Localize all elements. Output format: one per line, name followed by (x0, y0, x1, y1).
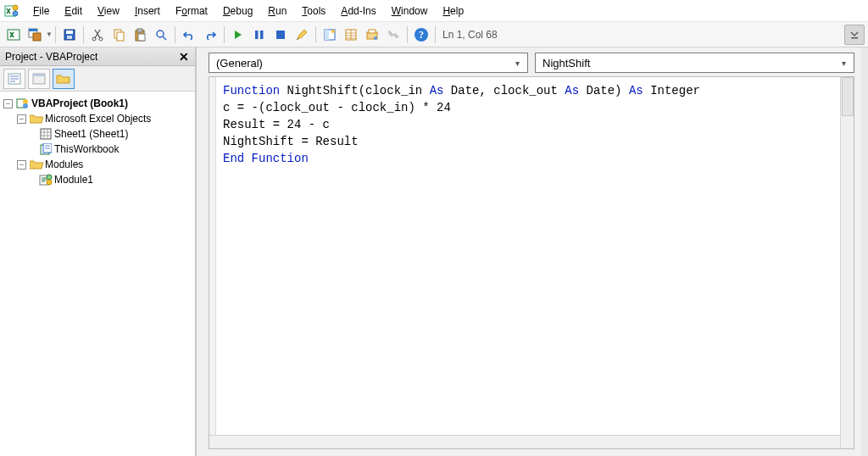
tree-folder-excel-objects[interactable]: − Microsoft Excel Objects (2, 111, 193, 126)
find-icon[interactable] (151, 25, 171, 45)
svg-rect-21 (276, 31, 285, 39)
reset-icon[interactable] (270, 25, 291, 45)
design-mode-icon[interactable] (292, 25, 312, 45)
horizontal-scrollbar[interactable] (209, 435, 840, 448)
svg-text:?: ? (419, 29, 424, 41)
svg-rect-19 (255, 31, 259, 39)
menu-edit[interactable]: Edit (57, 3, 90, 19)
separator (83, 26, 84, 43)
mdi-gutter (861, 47, 868, 456)
svg-rect-6 (33, 33, 41, 41)
menu-bar: FileEditViewInsertFormatDebugRunToolsAdd… (0, 0, 868, 22)
code-area: (General) ▾ NightShift ▾ Function NightS… (197, 47, 861, 456)
project-tree[interactable]: − VBAProject (Book1) − Microsoft Excel O… (0, 92, 195, 456)
svg-point-42 (47, 175, 52, 180)
collapse-icon[interactable]: − (17, 114, 26, 124)
vba-project-icon (16, 97, 30, 110)
toolbox-icon[interactable] (383, 25, 403, 45)
tree-root[interactable]: − VBAProject (Book1) (2, 96, 193, 111)
save-icon[interactable] (59, 25, 80, 45)
excel-icon[interactable] (3, 25, 24, 45)
code-editor[interactable]: Function NightShift(clock_in As Date, cl… (209, 76, 854, 449)
cursor-position-label: Ln 1, Col 68 (439, 26, 507, 43)
cut-icon[interactable] (87, 25, 108, 45)
vertical-scrollbar[interactable] (840, 77, 854, 448)
properties-window-icon[interactable] (341, 25, 361, 45)
dropdown-arrow-icon[interactable]: ▼ (46, 31, 52, 38)
svg-point-24 (331, 30, 335, 33)
svg-point-1 (13, 5, 18, 10)
object-browser-icon[interactable] (362, 25, 382, 45)
project-explorer-icon[interactable] (320, 25, 340, 45)
separator (435, 26, 436, 43)
paste-icon[interactable] (130, 25, 150, 45)
view-object-icon[interactable] (28, 69, 50, 89)
view-code-icon[interactable] (3, 69, 25, 89)
toolbar: ▼ ? (0, 22, 868, 47)
menu-add-ins[interactable]: Add-Ins (333, 3, 383, 19)
tree-label: Sheet1 (Sheet1) (54, 128, 128, 140)
scroll-splitter[interactable] (842, 77, 854, 116)
svg-rect-8 (66, 31, 73, 34)
object-combo-value: (General) (216, 57, 263, 70)
break-icon[interactable] (249, 25, 270, 45)
svg-rect-31 (851, 37, 858, 39)
help-icon[interactable]: ? (411, 25, 431, 45)
project-pane-toolbar (0, 66, 195, 92)
svg-rect-20 (260, 31, 264, 39)
separator (407, 26, 408, 43)
undo-icon[interactable] (179, 25, 199, 45)
menu-view[interactable]: View (90, 3, 127, 19)
chevron-down-icon: ▾ (510, 56, 524, 70)
svg-rect-15 (137, 29, 142, 32)
svg-rect-27 (369, 30, 376, 33)
collapse-icon[interactable]: − (17, 160, 26, 170)
svg-rect-5 (29, 29, 37, 31)
redo-icon[interactable] (200, 25, 220, 45)
menu-insert[interactable]: Insert (127, 3, 168, 19)
run-icon[interactable] (228, 25, 248, 45)
tree-label: Modules (45, 158, 83, 170)
procedure-combo[interactable]: NightShift ▾ (535, 53, 854, 73)
menu-format[interactable]: Format (168, 3, 215, 19)
menu-window[interactable]: Window (384, 3, 436, 19)
tree-label: Microsoft Excel Objects (45, 113, 151, 125)
code-combo-row: (General) ▾ NightShift ▾ (197, 47, 861, 76)
project-pane-title: Project - VBAProject (5, 51, 97, 63)
close-icon[interactable]: ✕ (176, 50, 192, 64)
copy-icon[interactable] (108, 25, 129, 45)
toolbar-overflow-icon[interactable] (844, 25, 865, 45)
insert-userform-icon[interactable] (25, 25, 45, 45)
toggle-folders-icon[interactable] (53, 69, 75, 89)
tree-label: Module1 (54, 174, 93, 186)
tree-item-thisworkbook[interactable]: ThisWorkbook (2, 142, 193, 157)
svg-rect-40 (43, 143, 52, 153)
worksheet-icon (39, 127, 53, 141)
code-content[interactable]: Function NightShift(clock_in As Date, cl… (218, 79, 840, 433)
code-margin (209, 77, 216, 435)
svg-rect-16 (138, 34, 145, 41)
menu-debug[interactable]: Debug (215, 3, 260, 19)
svg-point-2 (13, 11, 18, 16)
svg-rect-3 (8, 30, 19, 40)
svg-rect-23 (325, 30, 329, 40)
separator (55, 26, 56, 43)
app-icon (3, 3, 20, 19)
project-pane-title-bar: Project - VBAProject ✕ (0, 47, 195, 66)
collapse-icon[interactable]: − (3, 99, 13, 108)
menu-run[interactable]: Run (260, 3, 294, 19)
tree-folder-modules[interactable]: − Modules (2, 157, 193, 172)
object-combo[interactable]: (General) ▾ (209, 53, 528, 73)
tree-item-sheet1[interactable]: Sheet1 (Sheet1) (2, 126, 193, 142)
chevron-down-icon: ▾ (837, 56, 850, 70)
workbook-icon (39, 142, 53, 156)
menu-tools[interactable]: Tools (294, 3, 333, 19)
svg-point-10 (92, 37, 96, 41)
svg-rect-9 (67, 36, 72, 39)
folder-open-icon (30, 112, 43, 125)
menu-help[interactable]: Help (435, 3, 471, 19)
module-icon (39, 173, 53, 186)
tree-item-module1[interactable]: Module1 (2, 172, 193, 187)
menu-file[interactable]: File (25, 3, 57, 19)
folder-open-icon (30, 158, 43, 171)
